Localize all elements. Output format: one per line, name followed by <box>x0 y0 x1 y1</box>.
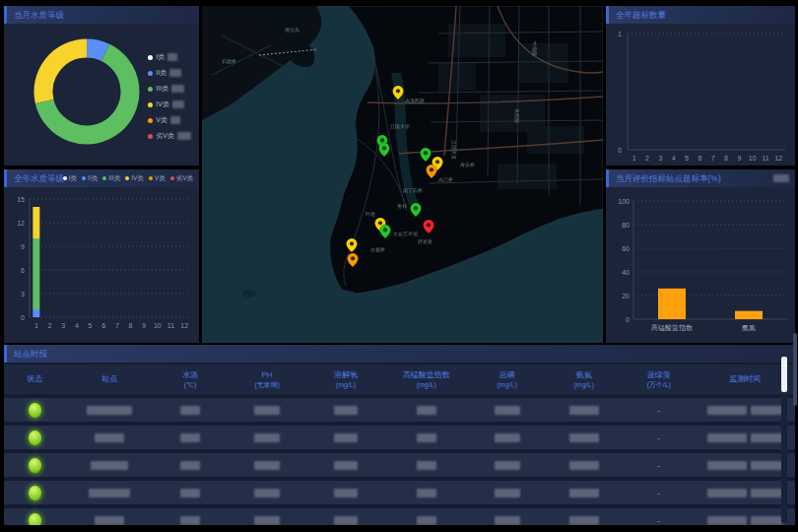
status-cell <box>4 457 65 474</box>
algae-cell: - <box>623 516 696 525</box>
panel-title-monthly-grade: 当月水质等级 <box>14 10 64 20</box>
legend-item[interactable]: IV类 <box>125 169 144 187</box>
svg-text:80: 80 <box>622 222 630 229</box>
legend-label: II类 <box>156 68 166 78</box>
time-cell-masked <box>696 406 795 415</box>
value-cell-masked <box>546 406 623 415</box>
value-cell-masked <box>384 516 469 525</box>
table-column-header: PH(无量纲) <box>227 370 307 389</box>
svg-text:立国大道: 立国大道 <box>450 140 457 160</box>
time-cell-masked <box>696 461 795 470</box>
legend-label: 劣V类 <box>156 131 174 141</box>
station-cell <box>65 433 154 442</box>
legend-item[interactable]: III类 <box>102 169 120 187</box>
svg-text:9: 9 <box>737 155 741 162</box>
svg-text:0: 0 <box>618 147 622 154</box>
header-accent-bar <box>606 6 609 24</box>
station-cell <box>65 489 154 498</box>
svg-text:10: 10 <box>749 155 757 162</box>
table-row[interactable]: - <box>4 481 795 504</box>
legend-value-masked <box>172 100 184 108</box>
svg-text:12: 12 <box>180 322 188 329</box>
svg-text:青祁: 青祁 <box>397 203 407 209</box>
legend-item[interactable]: II类 <box>82 169 98 187</box>
legend-dot <box>148 102 153 107</box>
table-scrollbar-track[interactable] <box>781 396 787 522</box>
status-cell <box>4 430 65 446</box>
svg-text:江南大学: 江南大学 <box>390 123 410 130</box>
legend-dot <box>148 71 153 76</box>
table-row[interactable]: - <box>4 453 795 477</box>
svg-text:11: 11 <box>762 155 768 162</box>
legend-label: IV类 <box>156 100 169 109</box>
legend-dot <box>148 134 153 139</box>
station-cell <box>65 461 154 470</box>
legend-item[interactable]: III类 <box>148 81 191 97</box>
value-cell-masked <box>227 461 307 470</box>
legend-item[interactable]: I类 <box>63 169 77 187</box>
svg-text:氨氮: 氨氮 <box>742 324 756 332</box>
legend-item[interactable]: IV类 <box>148 97 191 112</box>
svg-text:9: 9 <box>142 322 146 329</box>
svg-text:1: 1 <box>618 31 622 37</box>
svg-text:吴郡路: 吴郡路 <box>513 108 520 123</box>
dashboard: 当月水质等级 I类II类III类IV类V类劣V类 全年水质等级 I类II类III… <box>0 0 798 532</box>
value-cell-masked <box>469 406 546 415</box>
table-row[interactable]: - <box>4 508 795 525</box>
donut-legend: I类II类III类IV类V类劣V类 <box>148 49 191 144</box>
svg-text:5: 5 <box>89 322 93 329</box>
legend-item[interactable]: V类 <box>148 112 191 128</box>
value-cell-masked <box>227 406 307 415</box>
legend-item[interactable]: I类 <box>148 49 191 65</box>
map-panel: 石塘桥渔父岛高浪西路江南大学立国大道寿安桥吴郡路中南路闵丁石桥高江桥叶巷青祁文化… <box>202 6 603 343</box>
table-column-header: 站点 <box>65 374 154 384</box>
annual-grade-bar-chart[interactable]: 03691215123456789101112 <box>4 187 199 343</box>
value-cell-masked <box>307 516 384 525</box>
legend-item[interactable]: 劣V类 <box>148 128 191 144</box>
algae-cell: - <box>623 461 696 470</box>
svg-text:9: 9 <box>21 243 25 250</box>
svg-text:12: 12 <box>17 220 25 227</box>
annual-exceed-chart[interactable]: 10123456789101112 <box>606 24 795 166</box>
legend-dot <box>149 176 153 180</box>
svg-text:3: 3 <box>61 322 65 329</box>
svg-text:高江桥: 高江桥 <box>438 176 453 183</box>
status-led-green <box>28 512 42 526</box>
svg-text:渔父岛: 渔父岛 <box>285 27 299 33</box>
table-column-header: 氨氮(mg/L) <box>546 370 623 389</box>
svg-text:6: 6 <box>101 322 105 329</box>
status-led-green <box>28 457 42 474</box>
panel-title-station-table: 站点时报 <box>14 349 47 359</box>
svg-text:3: 3 <box>21 291 25 298</box>
value-cell-masked <box>546 433 623 442</box>
legend-item[interactable]: V类 <box>149 169 166 187</box>
table-row[interactable]: - <box>4 426 795 449</box>
table-row[interactable]: - <box>4 398 795 422</box>
value-cell-masked <box>307 433 384 442</box>
legend-dot <box>125 176 129 180</box>
monthly-rate-bar-chart[interactable]: 020406080100高锰酸盐指数氨氮 <box>606 187 795 343</box>
svg-text:闵丁石桥: 闵丁石桥 <box>403 187 423 194</box>
svg-text:4: 4 <box>672 155 676 162</box>
panel-link-masked[interactable] <box>773 174 789 182</box>
legend-label: I类 <box>156 52 165 62</box>
svg-text:薛家里: 薛家里 <box>418 238 432 244</box>
panel-header: 全年水质等级 I类II类III类IV类V类劣V类 <box>4 169 199 187</box>
city-map[interactable]: 石塘桥渔父岛高浪西路江南大学立国大道寿安桥吴郡路中南路闵丁石桥高江桥叶巷青祁文化… <box>202 6 603 343</box>
legend-item[interactable]: 劣V类 <box>170 169 193 187</box>
svg-text:文化艺术馆: 文化艺术馆 <box>393 231 418 237</box>
algae-cell: - <box>623 489 696 498</box>
svg-text:高浪西路: 高浪西路 <box>405 98 425 104</box>
time-cell-masked <box>696 516 795 525</box>
value-cell-masked <box>307 461 384 470</box>
table-column-header: 监测时间 <box>696 374 795 384</box>
table-scrollbar-thumb[interactable] <box>781 357 787 392</box>
legend-item[interactable]: II类 <box>148 65 191 81</box>
svg-text:2: 2 <box>48 322 52 329</box>
value-cell-masked <box>227 516 307 525</box>
value-cell-masked <box>154 433 227 442</box>
panel-monthly-rate: 当月评价指标站点超标率(%) 020406080100高锰酸盐指数氨氮 <box>606 169 795 343</box>
header-accent-bar <box>4 6 7 24</box>
table-column-header: 水温(℃) <box>154 370 227 389</box>
page-scrollbar-thumb[interactable] <box>793 333 797 406</box>
